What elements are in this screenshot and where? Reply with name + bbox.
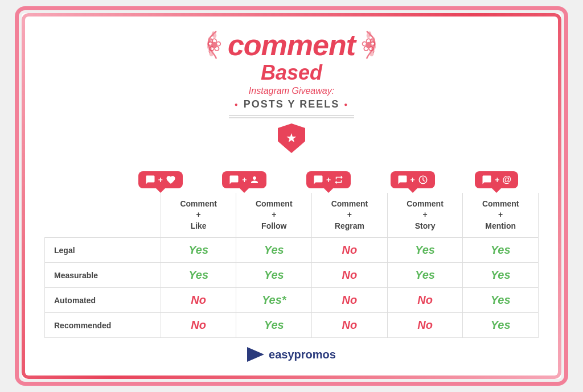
col-header-follow: Comment+Follow <box>236 193 312 238</box>
title-comment: comment <box>228 28 355 61</box>
badge-follow: + <box>222 171 266 188</box>
row-value: Yes <box>161 263 236 288</box>
row-value: Yes* <box>236 288 312 313</box>
badge-regram: + <box>306 171 351 188</box>
svg-marker-9 <box>247 347 264 362</box>
plus-icon: + <box>495 175 499 184</box>
icon-cell-mention: + @ <box>454 171 539 193</box>
badge-story: + <box>391 171 435 188</box>
row-value: Yes <box>463 288 539 313</box>
dot-left: ● <box>235 101 239 108</box>
row-value: Yes <box>236 238 312 263</box>
row-label: Automated <box>45 288 161 313</box>
icon-cell-like: + <box>118 171 203 193</box>
table-row: AutomatedNoYes*NoNoYes <box>45 288 539 313</box>
table-row: LegalYesYesNoYesYes <box>45 238 539 263</box>
plus-icon: + <box>242 175 247 184</box>
posts-reels-text: ● POSTS Y REELS ● <box>207 98 376 110</box>
instagram-giveaway-text: Instagram Giveaway: <box>207 86 376 96</box>
row-value: No <box>312 263 388 288</box>
title-based: Based <box>207 61 376 85</box>
col-header-like: Comment+Like <box>161 193 236 238</box>
row-value: No <box>387 313 463 338</box>
row-value: No <box>161 288 236 313</box>
divider <box>229 115 354 118</box>
row-value: No <box>387 288 463 313</box>
icon-cell-empty <box>44 171 118 193</box>
footer: easypromos <box>247 347 336 362</box>
dot-right: ● <box>344 101 348 108</box>
table-row: RecommendedNoYesNoNoYes <box>45 313 539 338</box>
row-value: No <box>312 288 388 313</box>
at-symbol: @ <box>502 175 511 185</box>
plus-icon: + <box>158 175 163 184</box>
star-badge: ★ <box>277 123 306 154</box>
laurel-right-icon: ❀ <box>361 34 376 56</box>
col-header-regram: Comment+Regram <box>312 193 388 238</box>
row-value: Yes <box>463 238 539 263</box>
icon-cell-story: + <box>371 171 455 193</box>
row-value: Yes <box>236 263 312 288</box>
table-row: MeasurableYesYesNoYesYes <box>45 263 539 288</box>
badge-mention: + @ <box>475 171 518 188</box>
icon-cell-follow: + <box>203 171 287 193</box>
title-wrapper: ❀ comment <box>207 30 376 60</box>
badge-like: + <box>138 171 183 188</box>
row-value: No <box>312 313 388 338</box>
icon-row: + + + <box>44 171 539 193</box>
table-wrapper: + + + <box>44 171 539 339</box>
row-label: Recommended <box>45 313 161 338</box>
row-value: Yes <box>236 313 312 338</box>
plus-icon: + <box>410 175 415 184</box>
row-value: Yes <box>387 263 463 288</box>
row-value: Yes <box>387 238 463 263</box>
row-value: Yes <box>463 263 539 288</box>
col-header-story: Comment+Story <box>387 193 463 238</box>
col-header-mention: Comment+Mention <box>463 193 539 238</box>
plus-icon: + <box>326 175 331 184</box>
logo-text: easypromos <box>269 348 336 361</box>
row-label: Measurable <box>45 263 161 288</box>
row-value: Yes <box>463 313 539 338</box>
comparison-table: Comment+Like Comment+Follow Comment+Regr… <box>44 193 539 339</box>
icon-cell-regram: + <box>286 171 371 193</box>
star-shield-icon: ★ <box>278 123 305 153</box>
row-value: Yes <box>161 238 236 263</box>
header-section: ❀ comment <box>207 30 376 154</box>
row-label: Legal <box>45 238 161 263</box>
col-header-empty <box>45 193 161 238</box>
row-value: No <box>312 238 388 263</box>
easypromos-logo-icon <box>247 347 264 362</box>
main-card: ❀ comment <box>18 10 565 383</box>
row-value: No <box>161 313 236 338</box>
